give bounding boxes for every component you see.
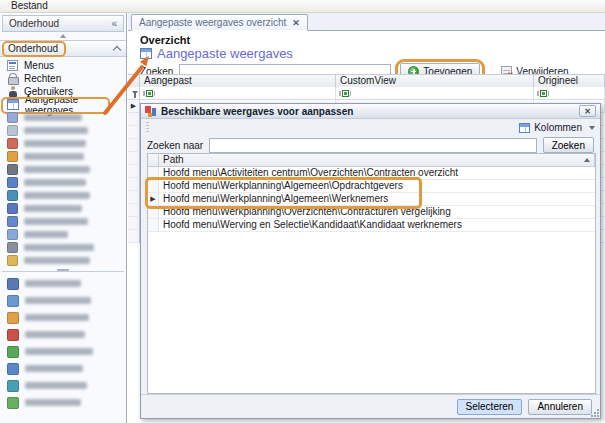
row-indicator bbox=[128, 113, 140, 126]
sidebar-item-redacted[interactable] bbox=[0, 377, 126, 394]
cancel-button[interactable]: Annuleren bbox=[528, 399, 592, 415]
sidebar-item-redacted[interactable] bbox=[0, 292, 126, 309]
dialog-title: Beschikbare weergaves voor aanpassen bbox=[161, 106, 353, 117]
sidebar-item-redacted[interactable] bbox=[0, 163, 126, 176]
row-indicator bbox=[128, 217, 140, 230]
sidebar-item-redacted[interactable] bbox=[0, 202, 126, 215]
sidebar-item-redacted[interactable] bbox=[0, 124, 126, 137]
redacted-label bbox=[24, 153, 84, 160]
column-header-aangepast[interactable]: Aangepast bbox=[140, 74, 336, 88]
row-indicator bbox=[128, 139, 140, 152]
path-row[interactable]: ▶ Hoofd menu\Werkplanning\Algemeen\Werkn… bbox=[148, 193, 595, 206]
sidebar-item-redacted[interactable] bbox=[0, 241, 126, 254]
menu-bar: Bestand bbox=[0, 0, 605, 13]
tab-close-icon[interactable]: ✕ bbox=[292, 18, 300, 28]
sidebar-panel-title: Onderhoud bbox=[9, 18, 59, 29]
redacted-label bbox=[24, 218, 88, 225]
redacted-icon bbox=[7, 177, 18, 188]
row-focus-arrow-icon: ▶ bbox=[131, 102, 136, 110]
dialog-search-button[interactable]: Zoeken bbox=[543, 137, 594, 153]
sidebar-item-redacted[interactable] bbox=[0, 176, 126, 189]
sidebar-item-redacted[interactable] bbox=[0, 137, 126, 150]
sidebar-item-redacted[interactable] bbox=[0, 343, 126, 360]
sidebar-item-rechten[interactable]: Rechten bbox=[0, 72, 126, 85]
tab-label: Aangepaste weergaves overzicht bbox=[139, 17, 286, 28]
sidebar-item-redacted[interactable] bbox=[0, 326, 126, 343]
row-indicator: ▶ bbox=[148, 193, 159, 206]
toolbar-grip-icon[interactable] bbox=[146, 122, 149, 133]
checkbox-filter-icon bbox=[143, 90, 155, 97]
sidebar-item-label: Menus bbox=[24, 60, 54, 71]
path-row[interactable]: Hoofd menu\Werkplanning\Algemeen\Opdrach… bbox=[148, 180, 595, 193]
sidebar-item-aangepaste-weergaves[interactable]: Aangepaste weergaves bbox=[0, 98, 126, 111]
redacted-icon bbox=[7, 190, 18, 201]
redacted-icon bbox=[7, 203, 18, 214]
redacted-label bbox=[25, 331, 85, 338]
sidebar-separator bbox=[2, 271, 124, 272]
select-button[interactable]: Selecteren bbox=[457, 399, 523, 415]
path-header-row: Path bbox=[148, 154, 595, 167]
user-icon bbox=[7, 86, 18, 97]
sidebar-splitter[interactable] bbox=[0, 32, 126, 40]
sidebar-item-redacted[interactable] bbox=[0, 150, 126, 163]
row-indicator bbox=[128, 178, 140, 191]
tab-aangepaste-weergaves-overzicht[interactable]: Aangepaste weergaves overzicht ✕ bbox=[131, 14, 308, 31]
column-header-path[interactable]: Path bbox=[159, 154, 595, 167]
tab-bar: Aangepaste weergaves overzicht ✕ bbox=[128, 13, 605, 31]
row-indicator bbox=[148, 206, 159, 219]
redacted-label bbox=[24, 257, 90, 264]
path-cell: Hoofd menu\Activiteiten centrum\Overzich… bbox=[159, 167, 595, 180]
sidebar-item-redacted[interactable] bbox=[0, 111, 126, 124]
redacted-label bbox=[25, 382, 87, 389]
column-header-origineel[interactable]: Origineel bbox=[534, 74, 605, 88]
sidebar-item-redacted[interactable] bbox=[0, 309, 126, 326]
sidebar-item-redacted[interactable] bbox=[0, 215, 126, 228]
redacted-icon bbox=[7, 125, 18, 136]
sidebar-item-redacted[interactable] bbox=[0, 275, 126, 292]
splitter-handle-icon bbox=[60, 34, 66, 38]
path-cell: Hoofd menu\Werkplanning\Algemeen\Opdrach… bbox=[159, 180, 595, 193]
column-header-customview[interactable]: CustomView bbox=[336, 74, 534, 88]
path-row[interactable]: Hoofd menu\Activiteiten centrum\Overzich… bbox=[148, 167, 595, 180]
row-indicator bbox=[148, 180, 159, 193]
sidebar-group-onderhoud[interactable]: Onderhoud bbox=[0, 40, 126, 57]
redacted-icon bbox=[7, 151, 18, 162]
columns-button[interactable]: Kolommen bbox=[519, 122, 582, 133]
redacted-label bbox=[24, 114, 82, 121]
sidebar-group-title: Onderhoud bbox=[8, 43, 58, 54]
filter-cell-aangepast[interactable] bbox=[140, 87, 336, 100]
dialog-search-input[interactable] bbox=[209, 138, 536, 153]
dialog-title-bar[interactable]: Beschikbare weergaves voor aanpassen ✕ bbox=[141, 104, 600, 119]
redacted-icon bbox=[7, 229, 18, 240]
sidebar-item-redacted[interactable] bbox=[0, 189, 126, 202]
sidebar-item-redacted[interactable] bbox=[0, 360, 126, 377]
sidebar-panel-header[interactable]: Onderhoud « bbox=[2, 15, 124, 32]
menu-bestand[interactable]: Bestand bbox=[7, 0, 52, 12]
sidebar-item-redacted[interactable] bbox=[0, 394, 126, 411]
page-title-label: Aangepaste weergaves bbox=[157, 46, 293, 61]
path-row[interactable]: Hoofd menu\Werkplanning\Overzichten\Cont… bbox=[148, 206, 595, 219]
redacted-label bbox=[25, 280, 81, 287]
chevron-up-icon[interactable] bbox=[113, 46, 121, 54]
dialog-beschikbare-weergaves: Beschikbare weergaves voor aanpassen ✕ K… bbox=[140, 103, 601, 419]
redacted-icon bbox=[7, 164, 18, 175]
main-area: Aangepaste weergaves overzicht ✕ Overzic… bbox=[128, 13, 605, 423]
redacted-icon bbox=[7, 216, 18, 227]
redacted-icon bbox=[7, 242, 18, 253]
sidebar-item-menus[interactable]: Menus bbox=[0, 59, 126, 72]
sidebar-item-redacted[interactable] bbox=[0, 254, 126, 267]
path-cell: Hoofd menu\Werkplanning\Overzichten\Cont… bbox=[159, 206, 595, 219]
redacted-icon bbox=[7, 255, 18, 266]
dropdown-arrow-icon[interactable] bbox=[589, 126, 595, 130]
redacted-label bbox=[25, 348, 93, 355]
dialog-search-label: Zoeken naar bbox=[147, 140, 203, 151]
path-row[interactable]: Hoofd menu\Werving en Selectie\Kandidaat… bbox=[148, 219, 595, 232]
sidebar-item-redacted[interactable] bbox=[0, 228, 126, 241]
row-indicator bbox=[148, 219, 159, 232]
collapse-icon[interactable]: « bbox=[111, 18, 117, 29]
row-indicator bbox=[128, 191, 140, 204]
filter-cell-customview[interactable] bbox=[336, 87, 534, 100]
dialog-close-button[interactable]: ✕ bbox=[579, 105, 596, 117]
resize-grip[interactable] bbox=[591, 409, 599, 417]
filter-cell-origineel[interactable] bbox=[534, 87, 605, 100]
